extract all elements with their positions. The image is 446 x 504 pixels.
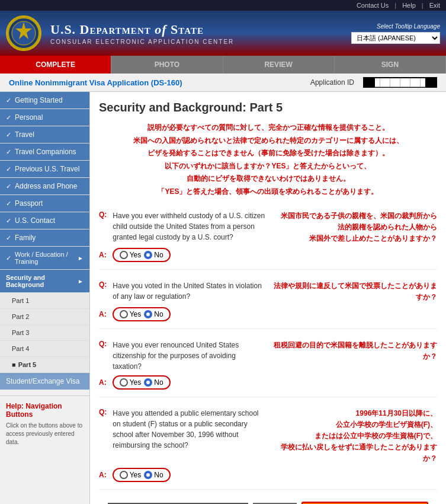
exit-link[interactable]: Exit xyxy=(429,2,440,9)
q3-no-label: No xyxy=(154,378,163,387)
check-icon: ✓ xyxy=(6,97,11,104)
tab-review[interactable]: REVIEW xyxy=(223,56,335,74)
q3-text: Have you ever renounced United States ci… xyxy=(113,340,265,372)
main-content: Security and Background: Part 5 説明が必要なすべ… xyxy=(90,92,446,504)
sidebar-item-prev-travel[interactable]: ✓ Previous U.S. Travel xyxy=(0,161,89,178)
language-selector-area: Select Tooltip Language 日本語 (JAPANESE) xyxy=(351,23,440,44)
sep2: | xyxy=(422,2,423,9)
bottom-nav: ◄ Back: Security/Background Part 4 💾 Sav… xyxy=(99,502,437,504)
check-icon: ✓ xyxy=(6,114,11,122)
q4-no-radio[interactable] xyxy=(144,471,152,479)
language-select[interactable]: 日本語 (JAPANESE) xyxy=(351,32,440,44)
q1-text: Have you ever withheld custody of a U.S.… xyxy=(113,210,275,243)
q1-radio-group: Yes No xyxy=(113,248,171,262)
app-id-label: Application ID xyxy=(310,78,354,87)
q1-yes-radio[interactable] xyxy=(120,251,128,259)
q4-yes-option[interactable]: Yes xyxy=(120,471,142,479)
sidebar-label: U.S. Contact xyxy=(15,216,55,225)
q3-yes-label: Yes xyxy=(130,378,142,387)
q4-radio-group: Yes No xyxy=(113,468,171,482)
q3-radio-group: Yes No xyxy=(113,375,171,390)
sidebar-item-personal[interactable]: ✓ Personal xyxy=(0,109,89,126)
q1-japanese: 米国市民である子供の親権を、米国の裁判所から法的親権を認められた人物から米国外で… xyxy=(281,210,437,245)
a1-label: A: xyxy=(99,251,107,259)
lang-label: Select Tooltip Language xyxy=(377,23,440,30)
check-icon: ✓ xyxy=(6,165,11,173)
q3-no-option[interactable]: No xyxy=(144,378,163,387)
tab-sign[interactable]: SIGN xyxy=(335,56,446,74)
q1-no-option[interactable]: No xyxy=(144,251,163,259)
arrow-icon: ► xyxy=(78,278,84,285)
q4-label: Q: xyxy=(99,408,107,416)
sidebar-label: Getting Started xyxy=(15,96,63,104)
check-icon: ✓ xyxy=(6,148,11,156)
page-title: Security and Background: Part 5 xyxy=(99,101,437,114)
arrow-icon: ► xyxy=(78,255,84,261)
main-layout: ✓ Getting Started ✓ Personal ✓ Travel ✓ … xyxy=(0,92,446,504)
sidebar-item-us-contact[interactable]: ✓ U.S. Contact xyxy=(0,212,89,229)
sidebar-help: Help: Navigation Buttons Click on the bu… xyxy=(0,395,89,452)
sidebar: ✓ Getting Started ✓ Personal ✓ Travel ✓ … xyxy=(0,92,90,504)
bullet-icon: ■ xyxy=(12,361,16,368)
check-icon: ✓ xyxy=(6,234,11,242)
q2-radio-group: Yes No xyxy=(113,307,171,321)
sidebar-item-address-phone[interactable]: ✓ Address and Phone xyxy=(0,178,89,195)
sidebar-label: Travel xyxy=(15,130,34,139)
question-3: Q: Have you ever renounced United States… xyxy=(99,340,437,397)
q3-no-radio[interactable] xyxy=(144,378,152,387)
q3-yes-radio[interactable] xyxy=(120,378,128,387)
instruction-box: 説明が必要なすべての質問に対して、完全かつ正確な情報を提供すること。 米国への入… xyxy=(99,122,437,199)
q2-no-radio[interactable] xyxy=(144,310,152,318)
sidebar-label: Passport xyxy=(15,199,43,208)
q1-yes-option[interactable]: Yes xyxy=(120,251,142,259)
sidebar-subitem-part3[interactable]: Part 3 xyxy=(0,325,89,341)
q1-yes-label: Yes xyxy=(130,251,142,259)
q1-no-radio[interactable] xyxy=(144,251,152,259)
q2-yes-radio[interactable] xyxy=(120,310,128,318)
q2-japanese: 法律や規則に違反して米国で投票したことがありますか？ xyxy=(271,280,437,303)
question-2: Q: Have you voted in the United States i… xyxy=(99,280,437,328)
sidebar-label: Address and Phone xyxy=(15,182,77,190)
check-icon: ✓ xyxy=(6,254,11,262)
sidebar-item-family[interactable]: ✓ Family xyxy=(0,229,89,247)
header-text: U.S. Department of State CONSULAR ELECTR… xyxy=(50,22,342,45)
q4-yes-radio[interactable] xyxy=(120,471,128,479)
dept-name: U.S. Department of State xyxy=(50,22,342,37)
contact-link[interactable]: Contact Us xyxy=(357,2,389,9)
sidebar-item-travel[interactable]: ✓ Travel xyxy=(0,126,89,143)
sidebar-subitem-part2[interactable]: Part 2 xyxy=(0,309,89,325)
sidebar-item-work-edu[interactable]: ✓ Work / Education / Training ► xyxy=(0,247,89,270)
top-bar: Contact Us | Help | Exit xyxy=(0,0,446,11)
q2-yes-option[interactable]: Yes xyxy=(120,310,142,318)
sidebar-item-security[interactable]: Security and Background ► xyxy=(0,270,89,293)
tab-photo[interactable]: PHOTO xyxy=(111,56,223,74)
q1-no-label: No xyxy=(154,251,163,259)
sidebar-label: Family xyxy=(15,234,36,242)
sidebar-subitem-part4[interactable]: Part 4 xyxy=(0,341,89,357)
a4-label: A: xyxy=(99,471,107,479)
help-link[interactable]: Help xyxy=(402,2,416,9)
sidebar-label: Part 5 xyxy=(18,361,37,368)
sidebar-item-getting-started[interactable]: ✓ Getting Started xyxy=(0,92,89,109)
question-1: Q: Have you ever withheld custody of a U… xyxy=(99,210,437,270)
nav-tabs: COMPLETE PHOTO REVIEW SIGN xyxy=(0,56,446,74)
q4-no-option[interactable]: No xyxy=(144,471,163,479)
q2-no-option[interactable]: No xyxy=(144,310,163,318)
app-id-bar: Online Nonimmigrant Visa Application (DS… xyxy=(0,74,446,92)
seal-logo xyxy=(6,15,41,51)
sidebar-item-student-visa[interactable]: Student/Exchange Visa xyxy=(0,373,89,390)
dept-sub: CONSULAR ELECTRONIC APPLICATION CENTER xyxy=(50,39,342,45)
q2-no-label: No xyxy=(154,310,163,318)
sep1: | xyxy=(394,2,396,9)
tab-complete[interactable]: COMPLETE xyxy=(0,56,111,74)
q4-japanese: 1996年11月30日以降に、公立小学校の学生ビザ資格(F)、またはは公立中学校… xyxy=(271,408,437,465)
q3-yes-option[interactable]: Yes xyxy=(120,378,142,387)
sidebar-item-passport[interactable]: ✓ Passport xyxy=(0,195,89,212)
sidebar-subitem-part5[interactable]: ■ Part 5 xyxy=(0,357,89,373)
next-button[interactable]: Next: Student/Exchange Visa ► xyxy=(301,502,428,504)
q2-text: Have you voted in the United States in v… xyxy=(113,280,265,302)
sidebar-subitem-part1[interactable]: Part 1 xyxy=(0,293,89,309)
sidebar-item-travel-companions[interactable]: ✓ Travel Companions xyxy=(0,143,89,161)
sidebar-label: Travel Companions xyxy=(15,148,76,156)
check-icon: ✓ xyxy=(6,200,11,208)
